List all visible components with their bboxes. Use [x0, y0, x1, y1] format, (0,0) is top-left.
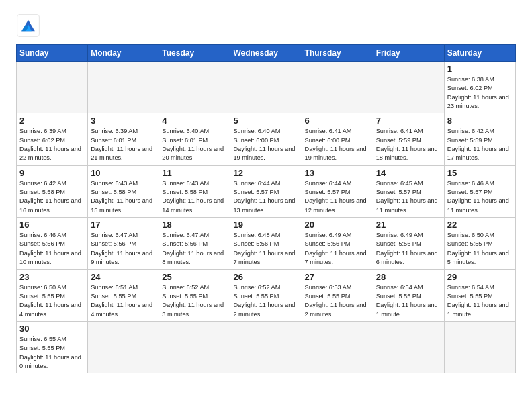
calendar-cell: [159, 62, 230, 113]
header: [16, 13, 516, 38]
sunset-label: Sunset: 5:55 PM: [91, 293, 136, 300]
day-number: 3: [91, 116, 156, 126]
sunset-label: Sunset: 5:55 PM: [447, 293, 493, 300]
daylight-label: Daylight: 11 hours and 11 minutes.: [447, 197, 509, 213]
sunrise-label: Sunrise: 6:55 AM: [19, 336, 66, 342]
calendar-cell: 24Sunrise: 6:51 AMSunset: 5:55 PMDayligh…: [88, 269, 159, 321]
calendar-cell: 23Sunrise: 6:50 AMSunset: 5:55 PMDayligh…: [17, 269, 88, 321]
week-row-4: 23Sunrise: 6:50 AMSunset: 5:55 PMDayligh…: [17, 269, 516, 321]
sunrise-label: Sunrise: 6:41 AM: [376, 128, 423, 134]
day-number: 28: [376, 272, 441, 282]
calendar-cell: 29Sunrise: 6:54 AMSunset: 5:55 PMDayligh…: [444, 269, 515, 321]
day-info: Sunrise: 6:44 AMSunset: 5:57 PMDaylight:…: [305, 179, 370, 215]
page: SundayMondayTuesdayWednesdayThursdayFrid…: [0, 0, 532, 384]
sunset-label: Sunset: 5:56 PM: [376, 240, 422, 247]
weekday-header-tuesday: Tuesday: [159, 45, 230, 62]
day-info: Sunrise: 6:46 AMSunset: 5:57 PMDaylight:…: [447, 179, 513, 215]
sunrise-label: Sunrise: 6:51 AM: [91, 284, 138, 291]
sunset-label: Sunset: 5:56 PM: [233, 240, 279, 247]
day-info: Sunrise: 6:46 AMSunset: 5:56 PMDaylight:…: [19, 231, 85, 267]
calendar-cell: [88, 62, 159, 113]
calendar-cell: 14Sunrise: 6:45 AMSunset: 5:57 PMDayligh…: [373, 165, 444, 217]
day-number: 15: [447, 168, 513, 178]
day-number: 21: [376, 220, 441, 230]
sunrise-label: Sunrise: 6:48 AM: [233, 232, 280, 238]
day-info: Sunrise: 6:55 AMSunset: 5:55 PMDaylight:…: [19, 335, 85, 371]
day-info: Sunrise: 6:42 AMSunset: 5:58 PMDaylight:…: [19, 179, 85, 215]
weekday-header-saturday: Saturday: [444, 45, 515, 62]
daylight-label: Daylight: 11 hours and 6 minutes.: [376, 250, 438, 265]
day-number: 19: [233, 220, 298, 230]
sunset-label: Sunset: 5:59 PM: [376, 137, 422, 144]
sunrise-label: Sunrise: 6:42 AM: [447, 128, 494, 134]
calendar-cell: 11Sunrise: 6:43 AMSunset: 5:58 PMDayligh…: [159, 165, 230, 217]
daylight-label: Daylight: 11 hours and 7 minutes.: [305, 250, 367, 265]
day-info: Sunrise: 6:39 AMSunset: 6:01 PMDaylight:…: [91, 127, 156, 163]
sunrise-label: Sunrise: 6:49 AM: [376, 232, 423, 238]
logo: [16, 13, 44, 38]
calendar-cell: 13Sunrise: 6:44 AMSunset: 5:57 PMDayligh…: [302, 165, 373, 217]
week-row-5: 30Sunrise: 6:55 AMSunset: 5:55 PMDayligh…: [17, 321, 516, 373]
sunrise-label: Sunrise: 6:42 AM: [19, 180, 66, 187]
daylight-label: Daylight: 11 hours and 20 minutes.: [162, 146, 224, 161]
sunrise-label: Sunrise: 6:54 AM: [447, 284, 494, 291]
sunset-label: Sunset: 5:55 PM: [162, 293, 208, 300]
sunset-label: Sunset: 5:57 PM: [233, 189, 279, 195]
weekday-header-friday: Friday: [373, 45, 444, 62]
day-number: 6: [305, 116, 370, 126]
calendar-cell: 20Sunrise: 6:49 AMSunset: 5:56 PMDayligh…: [302, 218, 373, 269]
day-info: Sunrise: 6:49 AMSunset: 5:56 PMDaylight:…: [305, 231, 370, 267]
daylight-label: Daylight: 11 hours and 19 minutes.: [305, 146, 367, 161]
sunrise-label: Sunrise: 6:44 AM: [233, 180, 280, 187]
day-number: 7: [376, 116, 441, 126]
daylight-label: Daylight: 11 hours and 1 minute.: [447, 302, 509, 317]
sunset-label: Sunset: 5:55 PM: [19, 293, 65, 300]
sunrise-label: Sunrise: 6:52 AM: [233, 284, 280, 291]
sunrise-label: Sunrise: 6:46 AM: [447, 180, 494, 187]
sunrise-label: Sunrise: 6:41 AM: [305, 128, 352, 134]
daylight-label: Daylight: 11 hours and 15 minutes.: [91, 197, 152, 213]
sunrise-label: Sunrise: 6:40 AM: [233, 128, 280, 134]
sunset-label: Sunset: 5:57 PM: [376, 189, 422, 195]
day-number: 10: [91, 168, 156, 178]
daylight-label: Daylight: 11 hours and 0 minutes.: [19, 354, 81, 369]
sunrise-label: Sunrise: 6:39 AM: [91, 128, 138, 134]
day-number: 22: [447, 220, 513, 230]
day-number: 30: [19, 324, 85, 334]
calendar-cell: 10Sunrise: 6:43 AMSunset: 5:58 PMDayligh…: [88, 165, 159, 217]
sunrise-label: Sunrise: 6:38 AM: [447, 76, 494, 83]
sunset-label: Sunset: 5:57 PM: [447, 189, 493, 195]
day-info: Sunrise: 6:51 AMSunset: 5:55 PMDaylight:…: [91, 283, 156, 319]
calendar-table: SundayMondayTuesdayWednesdayThursdayFrid…: [16, 44, 516, 373]
day-number: 8: [447, 116, 513, 126]
calendar-cell: 18Sunrise: 6:47 AMSunset: 5:56 PMDayligh…: [159, 218, 230, 269]
week-row-2: 9Sunrise: 6:42 AMSunset: 5:58 PMDaylight…: [17, 165, 516, 217]
calendar-cell: [230, 62, 302, 113]
day-number: 16: [19, 220, 85, 230]
sunset-label: Sunset: 5:55 PM: [447, 240, 493, 247]
calendar-cell: 16Sunrise: 6:46 AMSunset: 5:56 PMDayligh…: [17, 218, 88, 269]
daylight-label: Daylight: 11 hours and 2 minutes.: [305, 302, 367, 317]
day-info: Sunrise: 6:38 AMSunset: 6:02 PMDaylight:…: [447, 75, 513, 111]
sunrise-label: Sunrise: 6:53 AM: [305, 284, 352, 291]
day-number: 1: [447, 64, 513, 74]
day-number: 14: [376, 168, 441, 178]
daylight-label: Daylight: 11 hours and 3 minutes.: [162, 302, 224, 317]
sunset-label: Sunset: 5:59 PM: [447, 137, 493, 144]
day-info: Sunrise: 6:48 AMSunset: 5:56 PMDaylight:…: [233, 231, 298, 267]
day-info: Sunrise: 6:42 AMSunset: 5:59 PMDaylight:…: [447, 127, 513, 163]
day-number: 18: [162, 220, 227, 230]
calendar-cell: 25Sunrise: 6:52 AMSunset: 5:55 PMDayligh…: [159, 269, 230, 321]
calendar-cell: 6Sunrise: 6:41 AMSunset: 6:00 PMDaylight…: [302, 113, 373, 165]
calendar-cell: [88, 321, 159, 373]
sunrise-label: Sunrise: 6:49 AM: [305, 232, 352, 238]
day-info: Sunrise: 6:47 AMSunset: 5:56 PMDaylight:…: [91, 231, 156, 267]
day-number: 24: [91, 272, 156, 282]
calendar-cell: 7Sunrise: 6:41 AMSunset: 5:59 PMDaylight…: [373, 113, 444, 165]
day-number: 13: [305, 168, 370, 178]
daylight-label: Daylight: 11 hours and 2 minutes.: [233, 302, 295, 317]
daylight-label: Daylight: 11 hours and 5 minutes.: [447, 250, 509, 265]
day-info: Sunrise: 6:50 AMSunset: 5:55 PMDaylight:…: [19, 283, 85, 319]
day-number: 17: [91, 220, 156, 230]
sunrise-label: Sunrise: 6:46 AM: [19, 232, 66, 238]
